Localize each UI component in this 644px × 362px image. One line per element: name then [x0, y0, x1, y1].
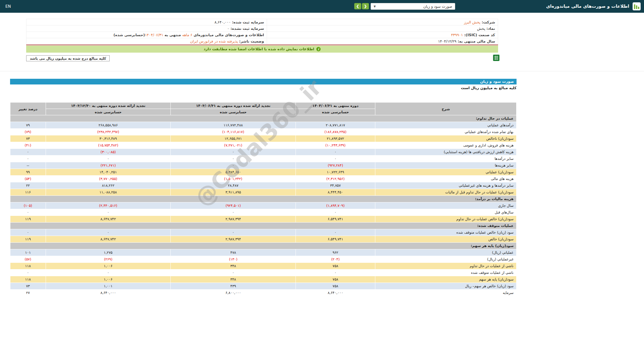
bar-chart-icon	[634, 4, 639, 9]
company-info-cell-left: سرمایه ثبت نشده: ۰	[26, 25, 267, 32]
amount-value: ۰	[171, 149, 296, 156]
change-percent-value: ۱۱۸	[10, 263, 46, 269]
statement-row: سود(زیان) ناخالص۲۱,۸۹۳,۵۷۲۱۲,۶۵۵,۶۷۱۳۰,۳…	[10, 135, 517, 142]
amount-value: ۳,۹۱۱,۸۹۵	[171, 189, 296, 196]
section-divider	[0, 71, 644, 71]
amount-value: ۹۶۲	[296, 249, 375, 256]
info-value: ۱۴۰۴/۱۲/۲۹	[438, 39, 457, 44]
section-header-row: هزینه مالیات بر درآمد:	[10, 196, 517, 202]
amount-value: (۱۵,۷۵۴,۴۸۲)	[46, 142, 171, 149]
section-header-row: عملیات در حال تداوم:	[10, 115, 517, 122]
statement-nav-buttons: ❮ ❯	[354, 3, 369, 9]
info-label: (حسابرسی شده)	[113, 33, 145, 37]
amount-value: (۱۳۰)	[171, 256, 296, 263]
row-description: سال‌های قبل	[375, 209, 517, 216]
amount-value: ۲,۹۸۷,۳۹۴	[171, 236, 296, 243]
amount-value: ۰	[171, 162, 296, 169]
amount-value: (۱۰,۲۴۳,۶۳۹)	[296, 142, 375, 149]
change-percent-value: ۱۱۹	[10, 216, 46, 223]
info-label: اطلاعات و صورت‌های مالی میاندوره‌ای	[193, 33, 264, 37]
amount-value: ۱,۰۰۱	[46, 283, 171, 290]
amount-value: (۷,۲۷۱,۰۲۱)	[171, 142, 296, 149]
change-percent-value: ۱۱۸	[10, 276, 46, 283]
row-description: سود(زیان) خالص عملیات در حال تداوم	[375, 216, 517, 223]
change-percent-value: ۲۷	[10, 290, 46, 296]
chevron-down-icon: ▼	[374, 5, 376, 8]
statement-title-bar: صورت سود و زیان	[10, 79, 517, 84]
column-header-period-current: دوره منتهی به ۱۴۰۴/۰۶/۳۱	[296, 103, 375, 109]
amount-value: ۲۱,۸۹۳,۵۷۲	[296, 135, 375, 142]
info-value-highlight[interactable]: پخش البرز	[464, 20, 480, 24]
codal-logo-icon[interactable]	[633, 2, 641, 10]
amount-value: ۸,۶۴۰,۰۰۰	[46, 290, 171, 296]
amount-value: ۰	[46, 229, 171, 236]
company-info-cell-right: سال مالی منتهی به: ۱۴۰۴/۱۲/۲۹	[267, 38, 498, 45]
row-description: سایر درآمدها و هزینه های غیرعملیاتي	[375, 182, 517, 189]
info-value-highlight: پذیرفته شده در فرابورس ایران	[190, 39, 238, 44]
change-percent-value: ۱۰۱	[10, 249, 46, 256]
amount-value: ۸,۶۴۷,۷۴۲	[46, 236, 171, 243]
row-description: هزینه های مالی	[375, 176, 517, 182]
info-label: کد صنعت (ISIC):	[463, 33, 495, 37]
banner-text: اطلاعات نمایش داده شده با اطلاعات امضا ش…	[204, 47, 314, 51]
amount-value: ۱۱۶,۷۷۲,۴۸۸	[171, 122, 296, 129]
change-percent-value: ۱۱۶	[10, 189, 46, 196]
prev-statement-button[interactable]: ❮	[354, 3, 361, 9]
amount-value: ۰	[296, 149, 375, 156]
amount-value: ۱۰,۷۲۲,۶۴۹	[296, 169, 375, 176]
row-description: سود(زیان) ناخالص	[375, 135, 517, 142]
company-info-row: شرکت: پخش البرزسرمایه ثبت شده: ۸,۶۴۰,۰۰۰	[26, 19, 498, 25]
section-header-label: سود(زیان) پایه هر سهم:	[10, 243, 517, 249]
language-toggle-en[interactable]: EN	[5, 0, 11, 13]
amount-value: ۰	[46, 209, 171, 216]
amount-value: ۴۳۹	[171, 283, 296, 290]
amount-value: ۰	[171, 156, 296, 162]
statement-type-dropdown[interactable]: صورت سود و زیان ▼	[371, 3, 455, 10]
change-percent-value: ۲۲	[10, 182, 46, 189]
amount-value: ۲۰۸,۷۷۱,۸۱۷	[296, 122, 375, 129]
statement-table: شرح دوره منتهی به ۱۴۰۴/۰۶/۳۱ تجدید ارائه…	[10, 102, 517, 296]
info-label: سال مالی منتهی به:	[457, 39, 495, 44]
statement-row: بهای تمام شده درآمدهای عملیاتي(۱۸۶,۸۷۸,۲…	[10, 129, 517, 135]
amount-value: ۱۲,۶۵۵,۶۷۱	[171, 135, 296, 142]
amount-value: ۰	[171, 269, 296, 276]
next-statement-button[interactable]: ❯	[362, 3, 369, 9]
info-label: شرکت:	[480, 20, 495, 24]
change-percent-value: (۵۴)	[10, 176, 46, 182]
change-percent-value: (۱۰۵)	[10, 202, 46, 209]
change-percent-value: (۷۹)	[10, 129, 46, 135]
amount-value: ۰	[296, 229, 375, 236]
row-description: ناشي از عملیات متوقف شده	[375, 269, 517, 276]
row-description: سایر هزینه‌ها	[375, 162, 517, 169]
section-header-row: عملیات متوقف شده:	[10, 223, 517, 229]
statement-row: سود(زیان) عملیات در حال تداوم قبل از مال…	[10, 189, 517, 196]
column-header-description: شرح	[375, 103, 517, 115]
company-info-section: شرکت: پخش البرزسرمایه ثبت شده: ۸,۶۴۰,۰۰۰…	[26, 19, 498, 45]
change-percent-value: ۱۱۹	[10, 236, 46, 243]
amount-value: ۳۴۸	[171, 276, 296, 283]
statement-row: سود(زیان) عملیاتي۱۰,۷۲۲,۶۴۹۵,۳۸۴,۶۵۰۱۴,۰…	[10, 169, 517, 176]
company-info-row: کد صنعت (ISIC): ۴۳۹۹۰۱اطلاعات و صورت‌های…	[26, 32, 498, 38]
amount-value: (۲,۳۱۲,۹۵۶)	[296, 176, 375, 182]
statement-row: هزینه کاهش ارزش دریافتني ها (هزینه استثن…	[10, 149, 517, 156]
top-header-bar: اطلاعات و صورت‌های مالی میاندوره‌ای صورت…	[0, 0, 644, 13]
info-value-highlight: ۶ ماهه	[182, 33, 192, 37]
company-info-cell-left: سرمایه ثبت شده: ۸,۶۴۰,۰۰۰	[26, 19, 267, 25]
amount-value: ۴۷۸	[171, 249, 296, 256]
row-description: بهای تمام شده درآمدهای عملیاتي	[375, 129, 517, 135]
amount-value: (۳,۷۷۰,۲۵۵)	[46, 176, 171, 182]
excel-export-icon[interactable]	[493, 55, 499, 61]
info-value: پخش	[477, 26, 485, 31]
section-header-label: عملیات متوقف شده:	[10, 223, 517, 229]
row-description: درآمدهای عملیاتي	[375, 122, 517, 129]
change-percent-value: ۷۳	[10, 283, 46, 290]
company-info-row: نماد: پخشسرمایه ثبت نشده: ۰	[26, 25, 498, 32]
change-percent-value: ۰	[10, 229, 46, 236]
statement-row: سایر هزینه‌ها(۹۲۷,۲۸۴)۰(۲۲۱,۶۷۱)--	[10, 162, 517, 169]
change-percent-value: ۰	[10, 269, 46, 276]
statement-row: سرمایه۸,۶۴۰,۰۰۰۶,۸۰۰,۰۰۰۸,۶۴۰,۰۰۰۲۷	[10, 290, 517, 296]
dropdown-selected-value: صورت سود و زیان	[423, 4, 452, 9]
column-subheader-audited: حسابرسی شده	[296, 109, 375, 115]
statement-row: هزینه های فروش، اداری و عمومی(۱۰,۲۴۳,۶۳۹…	[10, 142, 517, 149]
amount-value: (۲۰۴)	[296, 256, 375, 263]
